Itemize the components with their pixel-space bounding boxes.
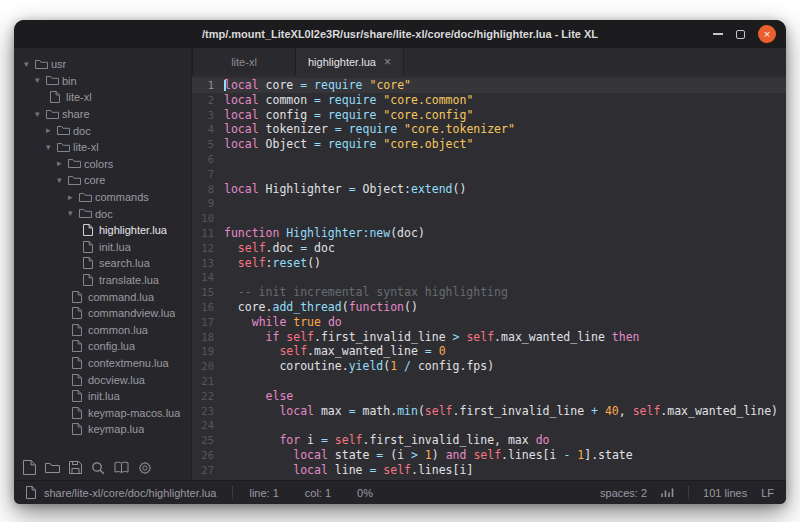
code-line-16[interactable]: 16 core.add_thread(function(): [192, 300, 786, 315]
line-number: 13: [192, 256, 224, 271]
status-divider: [688, 486, 689, 499]
code-line-18[interactable]: 18 if self.first_invalid_line > self.max…: [192, 330, 786, 345]
tree-item-core[interactable]: ▾core: [14, 172, 191, 189]
code-area[interactable]: 1local core = require "core"2local commo…: [192, 75, 786, 480]
code-text: while true do: [224, 315, 342, 330]
file-icon: [72, 307, 88, 319]
code-line-22[interactable]: 22 else: [192, 389, 786, 404]
tree-item-doc[interactable]: ▸doc: [14, 122, 191, 139]
code-line-5[interactable]: 5local Object = require "core.object": [192, 137, 786, 152]
tree-item-lite-xl[interactable]: lite-xl: [14, 89, 191, 106]
line-number: 7: [192, 167, 224, 182]
tree-item-label: doc: [73, 125, 91, 137]
code-line-11[interactable]: 11function Highlighter:new(doc): [192, 226, 786, 241]
tab-lite-xl[interactable]: lite-xl: [192, 48, 296, 75]
file-icon: [72, 407, 88, 419]
code-line-23[interactable]: 23 local max = math.min(self.first_inval…: [192, 404, 786, 419]
tree-item-commands[interactable]: ▸commands: [14, 189, 191, 206]
code-text: local Highlighter = Object:extend(): [224, 182, 466, 197]
code-line-25[interactable]: 25 for i = self.first_invalid_line, max …: [192, 433, 786, 448]
minimize-button[interactable]: [713, 33, 723, 35]
tree-item-command-lua[interactable]: command.lua: [14, 288, 191, 305]
line-number: 11: [192, 226, 224, 241]
book-icon[interactable]: [114, 461, 129, 474]
code-line-2[interactable]: 2local common = require "core.common": [192, 93, 786, 108]
status-line-ending[interactable]: LF: [761, 487, 774, 499]
maximize-button[interactable]: [736, 30, 745, 39]
code-line-6[interactable]: 6: [192, 152, 786, 167]
tree-item-usr[interactable]: ▾usr: [14, 56, 191, 73]
tree-item-init-lua[interactable]: init.lua: [14, 388, 191, 405]
tab-close-icon[interactable]: ×: [384, 56, 391, 68]
tree-item-keymap-macos-lua[interactable]: keymap-macos.lua: [14, 404, 191, 421]
code-line-27[interactable]: 27 local line = self.lines[i]: [192, 463, 786, 478]
code-line-4[interactable]: 4local tokenizer = require "core.tokeniz…: [192, 122, 786, 137]
line-number: 21: [192, 374, 224, 389]
code-line-14[interactable]: 14: [192, 270, 786, 285]
tree-item-contextmenu-lua[interactable]: contextmenu.lua: [14, 355, 191, 372]
window-title: /tmp/.mount_LiteXL0l2e3R/usr/share/lite-…: [202, 28, 598, 40]
tree-item-search-lua[interactable]: search.lua: [14, 255, 191, 272]
tree-item-translate-lua[interactable]: translate.lua: [14, 272, 191, 289]
line-number: 4: [192, 122, 224, 137]
new-file-icon[interactable]: [23, 460, 36, 475]
code-line-20[interactable]: 20 coroutine.yield(1 / config.fps): [192, 359, 786, 374]
code-line-21[interactable]: 21: [192, 374, 786, 389]
tree-item-docview-lua[interactable]: docview.lua: [14, 371, 191, 388]
code-line-12[interactable]: 12 self.doc = doc: [192, 241, 786, 256]
tree-item-highlighter-lua[interactable]: highlighter.lua: [14, 222, 191, 239]
code-line-26[interactable]: 26 local state = (i > 1) and self.lines[…: [192, 448, 786, 463]
tree-item-label: highlighter.lua: [99, 224, 167, 236]
line-number: 2: [192, 93, 224, 108]
status-scroll-percent: 0%: [357, 487, 373, 499]
tree-item-commandview-lua[interactable]: commandview.lua: [14, 305, 191, 322]
file-icon: [72, 324, 88, 336]
tree-item-keymap-lua[interactable]: keymap.lua: [14, 421, 191, 438]
tree-item-share[interactable]: ▾share: [14, 106, 191, 123]
close-button[interactable]: ×: [758, 25, 776, 43]
tree-item-label: lite-xl: [73, 141, 99, 153]
open-folder-icon[interactable]: [45, 462, 60, 474]
code-line-8[interactable]: 8local Highlighter = Object:extend(): [192, 182, 786, 197]
folder-icon: [68, 175, 84, 186]
file-icon: [50, 91, 66, 103]
tree-item-label: keymap-macos.lua: [88, 407, 180, 419]
code-line-24[interactable]: 24: [192, 418, 786, 433]
code-line-17[interactable]: 17 while true do: [192, 315, 786, 330]
titlebar[interactable]: /tmp/.mount_LiteXL0l2e3R/usr/share/lite-…: [14, 20, 786, 48]
main-area: ▾usr▾binlite-xl▾share▸doc▾lite-xl▸colors…: [14, 48, 786, 480]
tree-item-common-lua[interactable]: common.lua: [14, 322, 191, 339]
tree-item-init-lua[interactable]: init.lua: [14, 239, 191, 256]
code-text: local tokenizer = require "core.tokenize…: [224, 122, 515, 137]
tree-item-label: core: [84, 174, 105, 186]
chevron-right-icon: ▸: [46, 126, 57, 135]
chevron-down-icon: ▾: [35, 110, 46, 119]
tree-item-label: contextmenu.lua: [88, 357, 169, 369]
status-spaces-setting[interactable]: spaces: 2: [600, 487, 647, 499]
settings-icon[interactable]: [138, 461, 152, 475]
code-line-19[interactable]: 19 self.max_wanted_line = 0: [192, 344, 786, 359]
save-icon[interactable]: [69, 461, 82, 474]
code-text: local max = math.min(self.first_invalid_…: [224, 404, 778, 419]
line-number: 26: [192, 448, 224, 463]
tree-item-config-lua[interactable]: config.lua: [14, 338, 191, 355]
code-line-15[interactable]: 15 -- init incremental syntax highlighti…: [192, 285, 786, 300]
chevron-down-icon: ▾: [46, 143, 57, 152]
code-line-7[interactable]: 7: [192, 167, 786, 182]
code-line-3[interactable]: 3local config = require "core.config": [192, 108, 786, 123]
tree-item-lite-xl[interactable]: ▾lite-xl: [14, 139, 191, 156]
tree-item-doc[interactable]: ▾doc: [14, 205, 191, 222]
tree-item-bin[interactable]: ▾bin: [14, 73, 191, 90]
search-icon[interactable]: [91, 461, 105, 475]
tab-highlighter-lua[interactable]: highlighter.lua×: [296, 48, 404, 75]
line-number: 9: [192, 196, 224, 211]
code-text: self.doc = doc: [224, 241, 335, 256]
line-number: 3: [192, 108, 224, 123]
tree-item-label: keymap.lua: [88, 423, 144, 435]
code-line-1[interactable]: 1local core = require "core": [192, 78, 786, 93]
tree-item-colors[interactable]: ▸colors: [14, 156, 191, 173]
code-line-9[interactable]: 9: [192, 196, 786, 211]
code-text: self:reset(): [224, 256, 321, 271]
code-line-13[interactable]: 13 self:reset(): [192, 256, 786, 271]
code-line-10[interactable]: 10: [192, 211, 786, 226]
